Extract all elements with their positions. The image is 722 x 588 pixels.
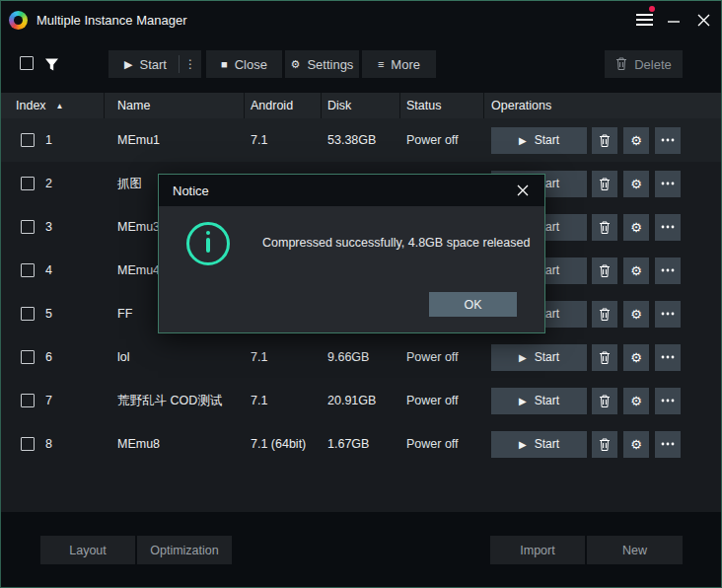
new-button[interactable]: New <box>587 536 683 564</box>
row-more-button[interactable] <box>655 388 681 414</box>
row-settings-button[interactable]: ⚙ <box>623 301 649 328</box>
import-button[interactable]: Import <box>490 536 585 564</box>
row-settings-button[interactable]: ⚙ <box>623 388 649 414</box>
row-more-button[interactable] <box>655 344 681 371</box>
trash-icon <box>599 221 611 234</box>
row-delete-button[interactable] <box>592 127 617 154</box>
window-controls <box>629 0 722 39</box>
ellipsis-icon <box>661 182 675 185</box>
column-header-status[interactable]: Status <box>399 93 483 118</box>
ok-button[interactable]: OK <box>429 292 517 317</box>
row-checkbox[interactable] <box>21 350 35 364</box>
table-row[interactable]: 8 MEmu8 7.1 (64bit) 1.67GB Power off ▶ S… <box>1 422 721 466</box>
row-more-button[interactable] <box>655 171 681 197</box>
row-settings-button[interactable]: ⚙ <box>623 127 649 154</box>
row-more-button[interactable] <box>655 257 681 284</box>
ellipsis-icon <box>661 225 675 229</box>
row-start-label: Start <box>535 133 559 147</box>
filter-icon[interactable] <box>44 57 59 76</box>
menu-button[interactable] <box>629 0 659 39</box>
row-start-button[interactable]: ▶ Start <box>491 388 587 414</box>
row-delete-button[interactable] <box>592 388 617 414</box>
table-row[interactable]: 1 MEmu1 7.1 53.38GB Power off ▶ Start ⚙ <box>1 118 721 162</box>
settings-button-label: Settings <box>307 57 353 72</box>
column-header-name[interactable]: Name <box>104 93 244 118</box>
start-options-button[interactable]: ⋮ <box>180 50 201 78</box>
row-checkbox[interactable] <box>21 307 35 321</box>
row-more-button[interactable] <box>655 214 681 241</box>
trash-icon <box>599 351 611 364</box>
close-window-button[interactable] <box>688 0 718 39</box>
row-more-button[interactable] <box>655 431 681 458</box>
row-more-button[interactable] <box>655 301 681 328</box>
row-more-button[interactable] <box>655 127 681 154</box>
close-icon <box>517 184 529 196</box>
row-status: Power off <box>400 437 484 451</box>
row-start-button[interactable]: ▶ Start <box>491 344 587 371</box>
row-checkbox[interactable] <box>21 220 35 234</box>
row-delete-button[interactable] <box>592 344 617 371</box>
column-header-disk[interactable]: Disk <box>321 93 399 118</box>
select-all-checkbox[interactable] <box>20 56 34 70</box>
row-delete-button[interactable] <box>592 171 617 197</box>
row-settings-button[interactable]: ⚙ <box>623 171 649 197</box>
delete-button[interactable]: Delete <box>605 50 683 78</box>
row-checkbox[interactable] <box>21 437 35 451</box>
play-icon: ▶ <box>519 396 527 406</box>
row-settings-button[interactable]: ⚙ <box>623 257 649 284</box>
row-checkbox[interactable] <box>21 394 35 407</box>
row-checkbox[interactable] <box>21 133 35 147</box>
row-name: MEmu8 <box>105 437 245 451</box>
close-button-label: Close <box>235 57 267 72</box>
row-android: 7.1 <box>245 394 322 407</box>
column-header-index[interactable]: Index▲ <box>16 93 104 118</box>
info-icon <box>186 222 230 265</box>
row-start-button[interactable]: ▶ Start <box>491 431 587 458</box>
ellipsis-icon <box>661 312 675 316</box>
delete-button-label: Delete <box>634 57 672 72</box>
row-delete-button[interactable] <box>592 257 617 284</box>
sort-ascending-icon: ▲ <box>56 102 64 110</box>
notification-dot <box>649 6 655 12</box>
row-index: 5 <box>45 307 52 321</box>
row-settings-button[interactable]: ⚙ <box>623 431 649 458</box>
row-checkbox[interactable] <box>21 263 35 277</box>
minimize-button[interactable] <box>659 0 688 39</box>
gear-icon: ⚙ <box>630 133 642 148</box>
window-title: Multiple Instance Manager <box>36 13 186 28</box>
start-button[interactable]: ▶ Start <box>108 50 179 78</box>
row-delete-button[interactable] <box>592 214 617 241</box>
row-start-label: Start <box>535 394 559 407</box>
row-settings-button[interactable]: ⚙ <box>623 214 649 241</box>
row-name: 荒野乱斗 COD测试 <box>105 393 245 409</box>
trash-icon <box>599 308 611 321</box>
row-status: Power off <box>400 350 484 364</box>
gear-icon: ⚙ <box>630 394 642 408</box>
column-header-android[interactable]: Android <box>244 93 321 118</box>
row-android: 7.1 <box>245 133 322 147</box>
dialog-close-button[interactable] <box>514 182 532 199</box>
more-button[interactable]: ≡ More <box>362 50 436 78</box>
table-row[interactable]: 6 lol 7.1 9.66GB Power off ▶ Start ⚙ <box>1 335 721 379</box>
row-index: 4 <box>45 263 52 277</box>
trash-icon <box>599 438 611 451</box>
hamburger-icon <box>636 11 653 29</box>
play-icon: ▶ <box>519 352 527 363</box>
row-delete-button[interactable] <box>592 301 617 328</box>
row-checkbox[interactable] <box>21 177 35 190</box>
gear-icon: ⚙ <box>291 59 301 70</box>
row-start-button[interactable]: ▶ Start <box>491 127 587 154</box>
settings-button[interactable]: ⚙ Settings <box>285 50 359 78</box>
optimization-button[interactable]: Optimization <box>137 536 232 564</box>
table-row[interactable]: 7 荒野乱斗 COD测试 7.1 20.91GB Power off ▶ Sta… <box>1 379 721 422</box>
close-instances-button[interactable]: ■ Close <box>206 50 282 78</box>
trash-icon <box>599 134 611 147</box>
layout-button[interactable]: Layout <box>40 536 135 564</box>
trash-icon <box>599 264 611 277</box>
row-index: 7 <box>45 394 52 407</box>
dialog-body: Compressed successfully, 4.8GB space rel… <box>159 206 544 334</box>
row-delete-button[interactable] <box>592 431 617 458</box>
row-settings-button[interactable]: ⚙ <box>623 344 649 371</box>
gear-icon: ⚙ <box>630 437 642 452</box>
ellipsis-icon <box>661 138 675 142</box>
